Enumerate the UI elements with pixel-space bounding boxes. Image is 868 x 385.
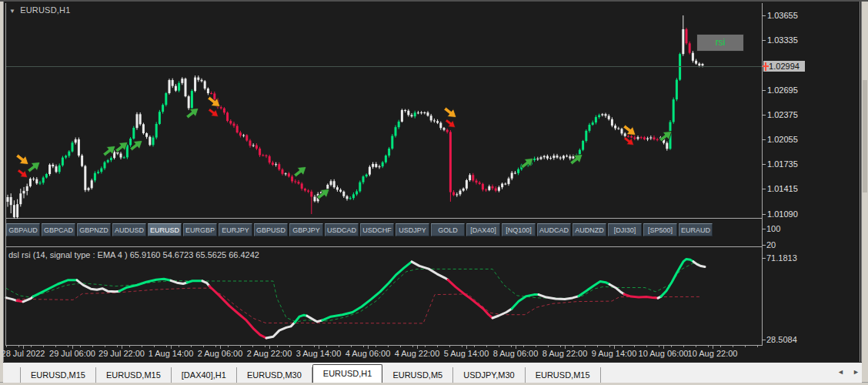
time-axis-minor-tick	[548, 346, 549, 347]
symbol-button-AUDUSD[interactable]: AUDUSD	[112, 223, 146, 236]
buy-arrow-icon	[292, 162, 309, 179]
symbol-button-EURAUD[interactable]: EURAUD	[679, 223, 713, 236]
symbol-button-EURUSD[interactable]: EURUSD	[148, 223, 182, 236]
time-axis-minor-tick	[203, 346, 204, 347]
symbol-button-NQ100[interactable]: [NQ100]	[502, 223, 536, 236]
price-axis-label: 1.01415	[767, 184, 798, 193]
price-axis-label: 1.03335	[767, 35, 798, 45]
tab-scroll-right-icon[interactable]: ►	[853, 368, 860, 376]
time-axis-minor-tick	[18, 346, 19, 347]
price-axis-label: 1.02695	[767, 85, 798, 95]
time-axis-minor-tick	[388, 346, 389, 347]
time-axis-minor-tick	[437, 346, 438, 347]
sell-arrow-icon	[443, 117, 457, 131]
symbol-button-GBPAUD[interactable]: GBPAUD	[6, 223, 40, 236]
time-axis-minor-tick	[560, 346, 561, 347]
time-axis-label: 28 Jul 2022	[2, 349, 45, 358]
chart-tab--DAX40--H1[interactable]: [DAX40],H1	[172, 367, 237, 383]
time-axis-minor-tick	[523, 346, 524, 347]
time-axis-label: 2 Aug 22:00	[247, 349, 292, 358]
sell-arrow-icon	[15, 167, 29, 181]
symbol-button-GBPCAD[interactable]: GBPCAD	[42, 223, 75, 236]
symbol-button-USDCAD[interactable]: USDCAD	[325, 223, 359, 236]
rsi-scale-tick	[762, 340, 766, 340]
subwindow-scale-tick	[762, 245, 766, 246]
time-axis-minor-tick	[302, 346, 302, 347]
time-axis-minor-tick	[671, 346, 672, 347]
chart-tab-USDJPY-M30[interactable]: USDJPY,M30	[453, 367, 525, 383]
time-axis-minor-tick	[733, 346, 733, 347]
time-axis-minor-tick	[499, 346, 499, 347]
buy-arrow-icon	[25, 158, 43, 175]
symbol-button-GOLD[interactable]: GOLD	[431, 223, 465, 236]
time-axis-minor-tick	[191, 346, 192, 347]
rsi-scale-tick	[762, 258, 766, 259]
symbol-button-AUDCAD[interactable]: AUDCAD	[537, 223, 571, 236]
time-axis-minor-tick	[536, 346, 536, 347]
separator-rsi-timeaxis	[5, 345, 763, 346]
price-axis-tick	[762, 15, 766, 16]
time-axis-minor-tick	[659, 346, 659, 347]
time-axis-minor-tick	[277, 346, 278, 347]
buy-arrow-icon	[657, 127, 675, 144]
rsi-indicator-button[interactable]: rsi	[696, 34, 744, 52]
time-axis-minor-tick	[474, 346, 475, 347]
symbol-button-DJI30[interactable]: [DJI30]	[608, 223, 642, 236]
tab-scroll-left-icon[interactable]: ◄	[837, 368, 844, 376]
subwindow-scale-top: 100	[766, 224, 780, 233]
chart-tab-EURUSD-M15[interactable]: EURUSD,M15	[96, 367, 172, 383]
time-axis-label: 5 Aug 14:00	[444, 349, 489, 358]
time-axis-minor-tick	[757, 346, 758, 347]
time-axis-minor-tick	[585, 346, 586, 347]
vertical-scrollbar-thumb[interactable]	[863, 80, 867, 192]
chart-tab-EURUSD-M30[interactable]: EURUSD,M30	[237, 367, 312, 383]
time-axis-minor-tick	[745, 346, 746, 347]
time-axis-minor-tick	[720, 346, 721, 347]
window-frame-right	[861, 0, 868, 385]
time-axis-label: 8 Aug 06:00	[493, 349, 539, 358]
symbol-button-USDJPY[interactable]: USDJPY	[396, 223, 429, 236]
time-axis-minor-tick	[252, 346, 253, 347]
symbol-button-EURGBP[interactable]: EURGBP	[183, 223, 217, 236]
time-axis-minor-tick	[240, 346, 241, 347]
time-axis-minor-tick	[622, 346, 623, 347]
mt4-terminal-window: ▼EURUSD,H1 rsi 1.036551.033351.026951.02…	[0, 0, 868, 385]
time-axis-minor-tick	[708, 346, 709, 347]
price-axis-label: 1.02055	[767, 135, 798, 144]
chart-tab-EURUSD-M5[interactable]: EURUSD,M5	[382, 367, 453, 383]
time-axis-minor-tick	[376, 346, 376, 347]
symbol-button-USDCHF[interactable]: USDCHF	[360, 223, 394, 236]
price-axis-label: 1.01735	[767, 159, 798, 169]
main-chart-canvas[interactable]	[0, 0, 763, 219]
chart-tab-bar: EURUSD,M15EURUSD,M15[DAX40],H1EURUSD,M30…	[3, 362, 862, 383]
chart-tab-EURUSD-M15[interactable]: EURUSD,M15	[20, 367, 96, 383]
symbol-button-GBPNZD[interactable]: GBPNZD	[77, 223, 111, 236]
time-axis-minor-tick	[6, 346, 7, 347]
time-axis-minor-tick	[634, 346, 635, 347]
symbol-button-AUDNZD[interactable]: AUDNZD	[573, 223, 606, 236]
symbol-button-EURJPY[interactable]: EURJPY	[219, 223, 252, 236]
buy-arrow-icon	[568, 150, 586, 167]
time-axis-label: 3 Aug 14:00	[296, 349, 342, 358]
sell-arrow-icon	[206, 106, 220, 120]
rsi-chart-canvas[interactable]	[0, 247, 763, 345]
time-axis-label: 10 Aug 06:00	[639, 349, 689, 358]
time-axis-label: 2 Aug 06:00	[198, 349, 243, 358]
chart-tab-EURUSD-M15[interactable]: EURUSD,M15	[526, 367, 601, 383]
subwindow-scale-bottom: 20	[766, 240, 776, 249]
rsi-scale-top: 71.1813	[766, 253, 797, 263]
price-axis-label: 1.01090	[767, 209, 798, 219]
chart-tab-EURUSD-H1[interactable]: EURUSD,H1	[312, 364, 383, 383]
price-axis-tick	[762, 164, 766, 165]
time-axis-minor-tick	[646, 346, 647, 347]
symbol-button-DAX40[interactable]: [DAX40]	[466, 223, 500, 236]
current-price-label: 1.02994	[763, 61, 805, 72]
symbol-button-SP500[interactable]: [SP500]	[643, 223, 677, 236]
symbol-button-GBPJPY[interactable]: GBPJPY	[289, 223, 323, 236]
price-axis-tick	[762, 40, 766, 41]
time-axis-label: 8 Aug 22:00	[542, 349, 588, 358]
symbol-button-GBPUSD[interactable]: GBPUSD	[254, 223, 288, 236]
time-axis-minor-tick	[179, 346, 179, 347]
time-axis-minor-tick	[486, 346, 487, 347]
time-axis-minor-tick	[609, 346, 610, 347]
